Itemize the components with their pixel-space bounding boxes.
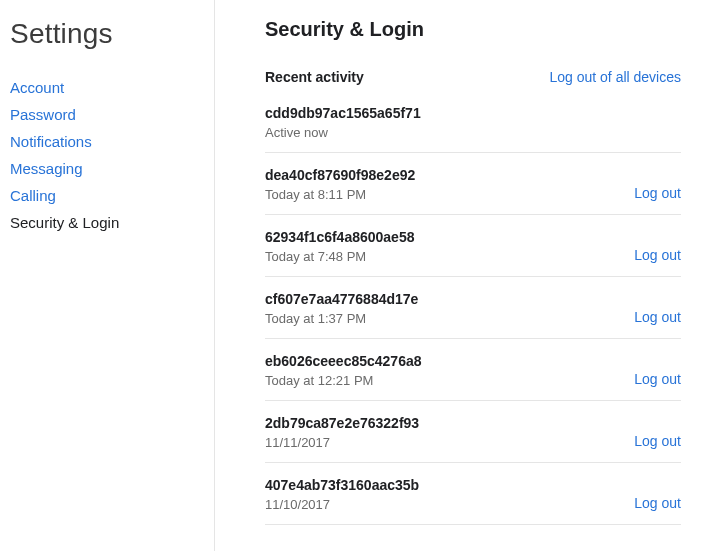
session-time: Today at 1:37 PM [265, 311, 418, 326]
sidebar-item-calling[interactable]: Calling [10, 182, 204, 209]
session-row: 407e4ab73f3160aac35b11/10/2017Log out [265, 463, 681, 525]
session-id: 62934f1c6f4a8600ae58 [265, 229, 414, 245]
activity-header: Recent activity Log out of all devices [265, 69, 681, 85]
session-id: 407e4ab73f3160aac35b [265, 477, 419, 493]
session-logout-link[interactable]: Log out [634, 433, 681, 450]
sidebar-item-security-login: Security & Login [10, 209, 204, 236]
logout-all-devices-link[interactable]: Log out of all devices [549, 69, 681, 85]
session-logout-link[interactable]: Log out [634, 247, 681, 264]
session-info: 2db79ca87e2e76322f9311/11/2017 [265, 415, 419, 450]
session-time: Today at 7:48 PM [265, 249, 414, 264]
session-info: 62934f1c6f4a8600ae58Today at 7:48 PM [265, 229, 414, 264]
session-id: eb6026ceeec85c4276a8 [265, 353, 422, 369]
sidebar-item-account[interactable]: Account [10, 74, 204, 101]
session-time: 11/10/2017 [265, 497, 419, 512]
session-id: cf607e7aa4776884d17e [265, 291, 418, 307]
session-time: Today at 8:11 PM [265, 187, 415, 202]
session-row: dea40cf87690f98e2e92Today at 8:11 PMLog … [265, 153, 681, 215]
session-id: 2db79ca87e2e76322f93 [265, 415, 419, 431]
session-info: cf607e7aa4776884d17eToday at 1:37 PM [265, 291, 418, 326]
session-row: 62934f1c6f4a8600ae58Today at 7:48 PMLog … [265, 215, 681, 277]
session-logout-link[interactable]: Log out [634, 495, 681, 512]
session-row: cf607e7aa4776884d17eToday at 1:37 PMLog … [265, 277, 681, 339]
sidebar-item-password[interactable]: Password [10, 101, 204, 128]
sidebar-title: Settings [10, 18, 204, 50]
session-time: Active now [265, 125, 421, 140]
session-info: cdd9db97ac1565a65f71Active now [265, 105, 421, 140]
session-logout-link[interactable]: Log out [634, 309, 681, 326]
session-list: cdd9db97ac1565a65f71Active nowdea40cf876… [265, 101, 681, 525]
session-row: 2db79ca87e2e76322f9311/11/2017Log out [265, 401, 681, 463]
session-info: 407e4ab73f3160aac35b11/10/2017 [265, 477, 419, 512]
session-info: dea40cf87690f98e2e92Today at 8:11 PM [265, 167, 415, 202]
session-row: cdd9db97ac1565a65f71Active now [265, 101, 681, 153]
recent-activity-label: Recent activity [265, 69, 364, 85]
sidebar-item-messaging[interactable]: Messaging [10, 155, 204, 182]
settings-sidebar: Settings AccountPasswordNotificationsMes… [0, 0, 215, 551]
session-logout-link[interactable]: Log out [634, 371, 681, 388]
session-time: 11/11/2017 [265, 435, 419, 450]
session-logout-link[interactable]: Log out [634, 185, 681, 202]
session-row: eb6026ceeec85c4276a8Today at 12:21 PMLog… [265, 339, 681, 401]
session-info: eb6026ceeec85c4276a8Today at 12:21 PM [265, 353, 422, 388]
sidebar-nav: AccountPasswordNotificationsMessagingCal… [10, 74, 204, 236]
page-title: Security & Login [265, 18, 681, 41]
sidebar-item-notifications[interactable]: Notifications [10, 128, 204, 155]
main-content: Security & Login Recent activity Log out… [215, 0, 701, 551]
session-time: Today at 12:21 PM [265, 373, 422, 388]
session-id: dea40cf87690f98e2e92 [265, 167, 415, 183]
session-id: cdd9db97ac1565a65f71 [265, 105, 421, 121]
